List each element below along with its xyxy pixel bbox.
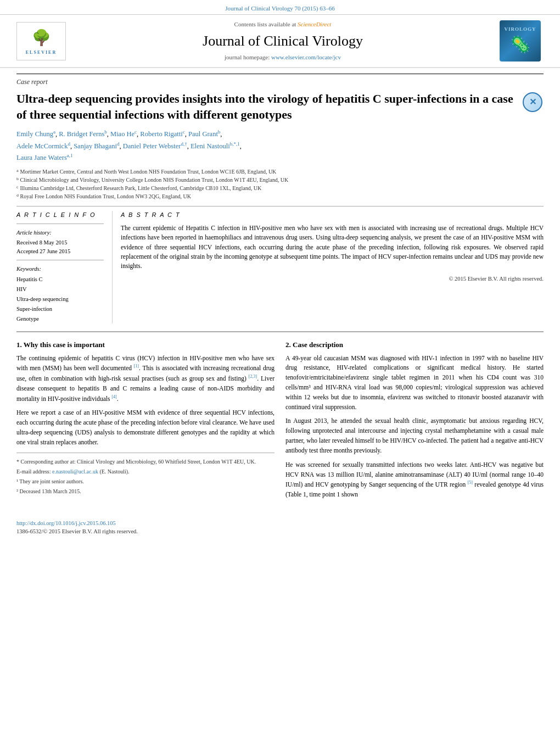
article-history: Article history: Received 8 May 2015 Acc… (16, 228, 104, 255)
info-divider (16, 224, 104, 224)
section1-para1: The continuing epidemic of hepatitis C v… (16, 354, 275, 404)
authors-line: Emily Chunga, R. Bridget Fernsb, Miao He… (16, 128, 544, 163)
article-info-panel: A R T I C L E I N F O Article history: R… (16, 211, 113, 324)
virology-badge-label: VIROLOGY (504, 26, 536, 33)
section-type-label: Case report (16, 74, 544, 87)
section1-heading: 1. Why this case is important (16, 340, 275, 350)
bottom-links: http://dx.doi.org/10.1016/j.jcv.2015.06.… (0, 515, 560, 540)
sciencedirect-line: Contents lists available at ScienceDirec… (66, 20, 500, 29)
column-right: 2. Case description A 49-year old caucas… (285, 340, 544, 504)
affiliation-d: ᵈ Royal Free London NHS Foundation Trust… (16, 192, 544, 200)
section2-para2: In August 2013, he attended the sexual h… (285, 416, 544, 455)
author-emily: Emily Chung (16, 131, 53, 138)
keyword-1: Hepatitis C (16, 275, 104, 284)
main-divider (16, 331, 544, 332)
main-content: Case report Ultra-deep sequencing provid… (0, 68, 560, 515)
affiliations: ᵃ Mortimer Market Centre, Central and No… (16, 168, 544, 200)
keyword-3: Ultra-deep sequencing (16, 294, 104, 304)
author-roberto: Roberto Rigatti (140, 131, 182, 138)
section2-para3: He was screened for sexually transmitted… (285, 460, 544, 500)
abstract-text: The current epidemic of Hepatitis C infe… (121, 224, 544, 271)
keywords-section: Keywords: Hepatitis C HIV Ultra-deep seq… (16, 265, 104, 323)
article-title-row: Ultra-deep sequencing provides insights … (16, 91, 544, 122)
body-columns: 1. Why this case is important The contin… (16, 340, 544, 504)
top-bar: Journal of Clinical Virology 70 (2015) 6… (0, 0, 560, 15)
article-body: A R T I C L E I N F O Article history: R… (16, 206, 544, 324)
issn-line: 1386-6532/© 2015 Elsevier B.V. All right… (16, 528, 544, 536)
crossmark-icon: ✕ (523, 92, 542, 112)
elsevier-tree-icon: 🌳 (32, 27, 51, 48)
keywords-list: Hepatitis C HIV Ultra-deep sequencing Su… (16, 275, 104, 323)
abstract-title: A B S T R A C T (121, 211, 544, 219)
author-adele: Adele McCormick (16, 142, 68, 150)
email-link[interactable]: e.nastouli@ucl.ac.uk (52, 468, 98, 475)
copyright-line: © 2015 Elsevier B.V. All rights reserved… (121, 275, 544, 283)
keywords-label: Keywords: (16, 265, 104, 274)
section2-heading: 2. Case description (285, 340, 544, 350)
sciencedirect-link[interactable]: ScienceDirect (298, 21, 331, 27)
virology-icon: 🦠 (510, 33, 530, 56)
keyword-2: HIV (16, 284, 104, 294)
abstract-section: A B S T R A C T The current epidemic of … (113, 211, 544, 324)
doi-link[interactable]: http://dx.doi.org/10.1016/j.jcv.2015.06.… (16, 520, 544, 528)
journal-title: Journal of Clinical Virology (66, 31, 500, 51)
author-eleni: Eleni Nastouli (191, 142, 230, 150)
author-sanjay: Sanjay Bhagani (74, 142, 117, 150)
affiliation-b: ᵇ Clinical Microbiology and Virology, Un… (16, 176, 544, 184)
affiliation-c: ᶜ Illumina Cambridge Ltd, Chesterford Re… (16, 184, 544, 192)
author-paul: Paul Grant (188, 131, 218, 138)
article-title: Ultra-deep sequencing provides insights … (16, 91, 516, 122)
author-bridget: R. Bridget Ferns (59, 131, 104, 138)
footnotes-section: * Corresponding author at: Clinical Viro… (16, 453, 275, 495)
footnote-1: ¹ They are joint senior authors. (16, 477, 275, 486)
info-divider-2 (16, 260, 104, 260)
footnote-email: E-mail address: e.nastouli@ucl.ac.uk (E.… (16, 467, 275, 476)
elsevier-label: ELSEVIER (26, 49, 57, 55)
footnote-corresponding: * Corresponding author at: Clinical Viro… (16, 458, 275, 466)
keyword-5: Genotype (16, 314, 104, 324)
column-left: 1. Why this case is important The contin… (16, 340, 275, 504)
crossmark-badge: ✕ (522, 91, 544, 113)
journal-header-center: Contents lists available at ScienceDirec… (66, 20, 500, 62)
history-label: Article history: (16, 228, 104, 237)
homepage-line: journal homepage: www.elsevier.com/locat… (66, 53, 500, 62)
author-daniel: Daniel Peter Webster (123, 142, 181, 150)
author-miao: Miao He (110, 131, 135, 138)
elsevier-logo: 🌳 ELSEVIER (16, 22, 66, 60)
keyword-4: Super-infection (16, 304, 104, 314)
section1-para2: Here we report a case of an HIV-positive… (16, 408, 275, 447)
journal-header: 🌳 ELSEVIER Contents lists available at S… (0, 15, 560, 68)
homepage-link[interactable]: www.elsevier.com/locate/jcv (271, 54, 341, 60)
affiliation-a: ᵃ Mortimer Market Centre, Central and No… (16, 168, 544, 176)
received-date: Received 8 May 2015 (16, 239, 67, 246)
footnote-2: ² Deceased 13th March 2015. (16, 487, 275, 495)
author-laura: Laura Jane Waters (16, 154, 67, 161)
article-info-title: A R T I C L E I N F O (16, 211, 104, 219)
accepted-date: Accepted 27 June 2015 (16, 248, 70, 254)
section2-para1: A 49-year old caucasian MSM was diagnose… (285, 354, 544, 412)
virology-badge: VIROLOGY 🦠 (500, 20, 544, 62)
journal-reference: Journal of Clinical Virology 70 (2015) 6… (225, 5, 335, 12)
